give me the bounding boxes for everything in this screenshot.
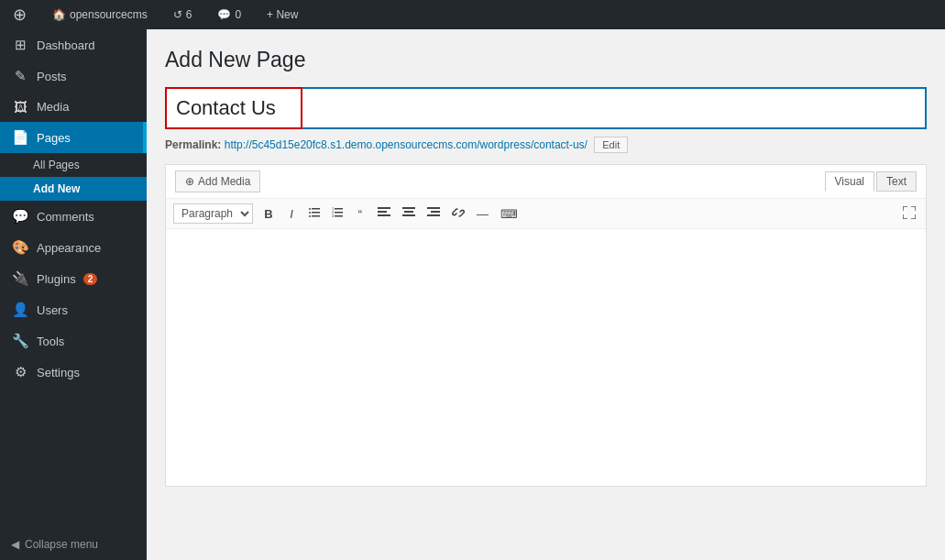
blockquote-button[interactable]: “ [349,204,371,224]
comments-link[interactable]: 💬 0 [212,0,247,29]
svg-point-4 [309,212,311,214]
sidebar-item-comments[interactable]: 💬 Comments [0,201,147,232]
sidebar-item-tools[interactable]: 🔧 Tools [0,325,147,357]
updates-link[interactable]: ↺ 6 [168,0,198,29]
svg-rect-12 [378,207,390,209]
svg-point-3 [309,208,311,210]
new-content-link[interactable]: + New [261,0,303,29]
appearance-icon: 🎨 [11,239,29,256]
plugins-icon: 🔌 [11,270,29,287]
tab-text[interactable]: Text [876,171,917,192]
link-button[interactable] [446,203,470,225]
permalink-edit-button[interactable]: Edit [594,137,628,153]
align-left-icon [378,207,390,218]
collapse-icon: ◀ [11,538,19,551]
sidebar-item-appearance[interactable]: 🎨 Appearance [0,232,147,263]
svg-rect-7 [335,212,343,214]
align-left-button[interactable] [372,203,396,224]
new-label: + New [267,8,298,21]
updates-count: 6 [186,8,192,21]
comments-count: 0 [235,8,241,21]
permalink-url[interactable]: http://5c45d15e20fc8.s1.demo.opensourcec… [225,138,588,151]
title-section [165,87,927,129]
page-title-input[interactable] [167,89,925,127]
svg-rect-15 [402,207,415,209]
align-center-button[interactable] [397,203,421,224]
sidebar-item-media[interactable]: 🖼 Media [0,92,147,122]
svg-rect-8 [335,215,343,217]
sidebar-item-label: Settings [37,366,80,379]
collapse-menu-button[interactable]: ◀ Collapse menu [0,529,147,560]
main-content: Add New Page Permalink: http://5c45d15e2… [147,29,945,560]
sidebar-item-dashboard[interactable]: ⊞ Dashboard [0,29,147,60]
svg-rect-6 [335,208,343,210]
sidebar-item-users[interactable]: 👤 Users [0,294,147,325]
sidebar-item-label: Tools [37,335,64,348]
page-title: Add New Page [165,48,927,72]
sidebar-item-settings[interactable]: ⚙ Settings [0,357,147,388]
editor-toolbar-top: ⊕ Add Media Visual Text [166,165,926,199]
add-media-button[interactable]: ⊕ Add Media [175,170,260,192]
svg-rect-14 [378,214,390,216]
sidebar: ⊞ Dashboard ✎ Posts 🖼 Media 📄 Pages All … [0,29,147,560]
svg-text:3: 3 [332,214,335,218]
permalink-row: Permalink: http://5c45d15e20fc8.s1.demo.… [165,137,927,153]
site-name-link[interactable]: 🏠 opensourcecms [47,0,153,29]
admin-bar: ⊕ 🏠 opensourcecms ↺ 6 💬 0 + New [0,0,945,29]
users-icon: 👤 [11,302,29,318]
visual-text-tabs: Visual Text [825,171,917,192]
permalink-label: Permalink: [165,138,221,151]
expand-icon [903,206,916,219]
sidebar-item-label: Media [37,100,69,114]
paragraph-select[interactable]: Paragraph [173,203,253,224]
svg-rect-19 [431,211,440,213]
dashboard-icon: ⊞ [11,37,29,53]
sidebar-item-label: Pages [37,131,71,145]
ordered-list-button[interactable]: 123 [326,203,348,224]
align-right-icon [427,207,440,218]
align-right-button[interactable] [422,203,445,224]
sidebar-item-label: Dashboard [37,38,95,52]
svg-rect-2 [312,215,320,217]
sidebar-sub-all-pages[interactable]: All Pages [0,153,147,177]
wp-logo-link[interactable]: ⊕ [7,0,32,29]
bold-button[interactable]: B [258,204,280,224]
unordered-list-button[interactable] [303,203,325,224]
sidebar-item-label: Comments [37,210,94,224]
sidebar-item-label: Posts [37,70,67,83]
add-media-icon: ⊕ [185,175,194,188]
sidebar-item-pages[interactable]: 📄 Pages [0,122,147,153]
unordered-list-icon [309,207,320,218]
pages-icon: 📄 [11,129,29,146]
sidebar-item-plugins[interactable]: 🔌 Plugins 2 [0,263,147,294]
posts-icon: ✎ [11,68,29,84]
svg-rect-16 [404,211,413,213]
tab-visual[interactable]: Visual [825,171,874,192]
svg-rect-0 [312,208,320,210]
sidebar-item-posts[interactable]: ✎ Posts [0,60,147,92]
add-media-label: Add Media [198,175,250,188]
tools-icon: 🔧 [11,333,29,349]
comment-icon: 💬 [217,8,231,21]
svg-rect-20 [427,214,440,216]
editor-body[interactable] [166,229,926,486]
align-center-icon [402,207,415,218]
italic-button[interactable]: I [280,204,302,224]
ordered-list-icon: 123 [332,207,343,218]
collapse-label: Collapse menu [25,538,98,551]
expand-button[interactable] [900,203,918,225]
more-button[interactable]: — [471,204,494,224]
svg-rect-1 [312,212,320,214]
svg-point-5 [309,215,311,217]
settings-icon: ⚙ [11,364,29,380]
sidebar-sub-add-new[interactable]: Add New [0,177,147,201]
media-icon: 🖼 [11,99,29,115]
sidebar-item-label: Users [37,303,68,317]
refresh-icon: ↺ [173,8,182,21]
wp-logo-icon: ⊕ [13,5,27,25]
svg-rect-13 [378,211,387,213]
site-name: opensourcecms [70,8,148,21]
keyboard-button[interactable]: ⌨ [495,204,523,224]
sidebar-item-label: Plugins [37,272,76,286]
comments-icon: 💬 [11,208,29,225]
